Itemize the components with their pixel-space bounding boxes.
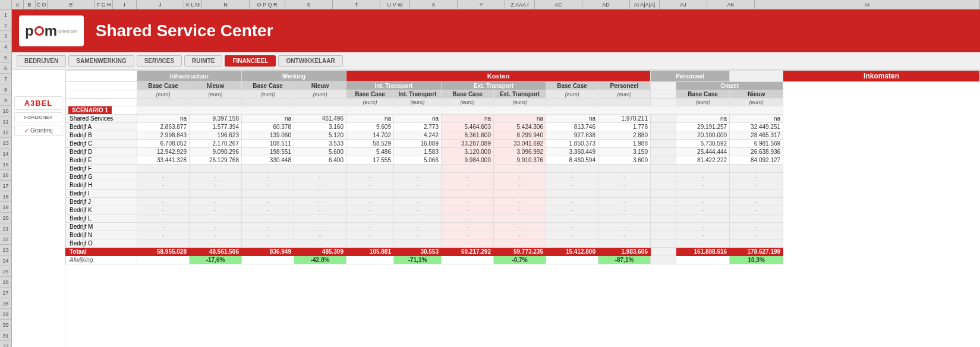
afwijking-row: Afwijking-17,6%-42,0%-71,1%-0,7%-87,1%10… bbox=[66, 256, 980, 264]
row-num-10: 10 bbox=[0, 106, 11, 116]
pers-bc-header: Base Case bbox=[546, 82, 598, 90]
data-cell: - bbox=[190, 214, 242, 223]
omz-bc-col: Base Case bbox=[676, 90, 730, 99]
scenario-label: SCENARIO 1 bbox=[66, 106, 137, 115]
totaal-cell: 59.773.235 bbox=[494, 248, 546, 256]
data-cell: - bbox=[394, 239, 442, 248]
data-cell: 81.422.222 bbox=[676, 156, 730, 165]
data-cell: na bbox=[137, 115, 190, 123]
data-cell: - bbox=[294, 165, 346, 173]
data-cell: - bbox=[442, 206, 494, 214]
col-ac: AC bbox=[535, 0, 582, 9]
col-klm: K L M bbox=[184, 0, 202, 9]
body-row: A3BEL HORIZONEX ✓ Grontmij bbox=[12, 70, 980, 347]
data-cell: 813.746 bbox=[546, 123, 598, 131]
row-num-4: 4 bbox=[0, 42, 11, 52]
row-spacer bbox=[651, 123, 676, 131]
col-e: E bbox=[48, 0, 95, 9]
data-cell: - bbox=[676, 206, 730, 214]
nav-btn-5[interactable]: ONTWIKKELAAR bbox=[278, 55, 342, 67]
nav-btn-1[interactable]: SAMENWERKING bbox=[68, 55, 134, 67]
spreadsheet-wrapper: A B C D E F G H I J K L M N O P Q R S T … bbox=[0, 0, 980, 347]
data-cell: - bbox=[294, 181, 346, 190]
row-num-19: 19 bbox=[0, 202, 11, 213]
data-cell: - bbox=[598, 223, 651, 231]
data-cell: - bbox=[294, 190, 346, 198]
col-s: S bbox=[285, 0, 333, 9]
data-cell: - bbox=[294, 223, 346, 231]
row-num-30: 30 bbox=[0, 320, 11, 330]
data-cell: 33.041.692 bbox=[494, 140, 546, 148]
row-spacer bbox=[651, 131, 676, 140]
data-cell: 9.984.000 bbox=[442, 156, 494, 165]
row-num-25: 25 bbox=[0, 266, 11, 277]
logo-area: p m antwerpen bbox=[19, 15, 84, 46]
int-bc-col: Base Case bbox=[346, 90, 394, 99]
header-section: p m antwerpen Shared Service Center bbox=[12, 10, 980, 52]
afwijking-label: Afwijking bbox=[66, 256, 137, 264]
data-cell: - bbox=[546, 190, 598, 198]
totaal-cell: 161.888.516 bbox=[676, 248, 730, 256]
data-cell: 461.496 bbox=[294, 115, 346, 123]
data-cell: - bbox=[598, 206, 651, 214]
data-cell: - bbox=[546, 206, 598, 214]
data-cell: - bbox=[546, 165, 598, 173]
data-cell: - bbox=[546, 173, 598, 181]
data-cell: - bbox=[394, 223, 442, 231]
data-cell: - bbox=[598, 173, 651, 181]
data-cell: - bbox=[676, 239, 730, 248]
data-cell: - bbox=[730, 181, 783, 190]
table-row: Bedrijf K------------ bbox=[66, 206, 980, 214]
data-cell: - bbox=[394, 214, 442, 223]
data-cell: - bbox=[137, 214, 190, 223]
data-cell: - bbox=[442, 239, 494, 248]
nav-btn-2[interactable]: SERVICES bbox=[137, 55, 182, 67]
row-spacer bbox=[651, 206, 676, 214]
data-cell: - bbox=[137, 231, 190, 239]
data-cell: - bbox=[598, 214, 651, 223]
data-cell: - bbox=[190, 181, 242, 190]
data-cell: - bbox=[494, 223, 546, 231]
row-label: Bedrijf M bbox=[66, 223, 137, 231]
totaal-cell: 15.412.800 bbox=[546, 248, 598, 256]
afwijking-cell: -71,1% bbox=[394, 256, 442, 264]
data-cell: na bbox=[676, 115, 730, 123]
row-num-9: 9 bbox=[0, 95, 11, 106]
col-b: B bbox=[24, 0, 36, 9]
row-spacer bbox=[651, 181, 676, 190]
col-x: X bbox=[410, 0, 458, 9]
data-cell: - bbox=[242, 198, 294, 206]
u6 bbox=[598, 99, 651, 106]
data-cell: - bbox=[242, 165, 294, 173]
data-cell: - bbox=[394, 198, 442, 206]
data-cell: 17.555 bbox=[346, 156, 394, 165]
nav-btn-4[interactable]: FINANCIEEL bbox=[225, 55, 276, 67]
data-cell: - bbox=[346, 181, 394, 190]
inkomsten-header: Inkomsten bbox=[783, 71, 980, 82]
row-num-7: 7 bbox=[0, 74, 11, 84]
table-row: Bedrijf O------------ bbox=[66, 239, 980, 248]
data-cell: - bbox=[137, 239, 190, 248]
row-spacer bbox=[651, 165, 676, 173]
nav-btn-3[interactable]: RUIMTE bbox=[184, 55, 222, 67]
row-label: Bedrijf N bbox=[66, 231, 137, 239]
data-cell: 1.850.373 bbox=[546, 140, 598, 148]
data-cell: - bbox=[494, 198, 546, 206]
data-cell: - bbox=[190, 239, 242, 248]
table-row: Bedrijf G------------ bbox=[66, 173, 980, 181]
afwijking-cell: -0,7% bbox=[494, 256, 546, 264]
werk-bc-unit: (euro) bbox=[242, 90, 294, 99]
corner-cell bbox=[0, 0, 12, 9]
data-cell: 32.449.251 bbox=[730, 123, 783, 131]
data-cell: 12.942.929 bbox=[137, 148, 190, 156]
data-cell: - bbox=[442, 214, 494, 223]
data-cell: 26.129.768 bbox=[190, 156, 242, 165]
data-cell: - bbox=[346, 190, 394, 198]
ext-new-col: Ext. Transport bbox=[494, 90, 546, 99]
infra-bc-unit: (euro) bbox=[137, 90, 190, 99]
data-cell: - bbox=[730, 231, 783, 239]
nav-btn-0[interactable]: BEDRIJVEN bbox=[17, 55, 66, 67]
data-cell: 3.600 bbox=[598, 156, 651, 165]
row-spacer bbox=[651, 223, 676, 231]
data-cell: - bbox=[346, 165, 394, 173]
